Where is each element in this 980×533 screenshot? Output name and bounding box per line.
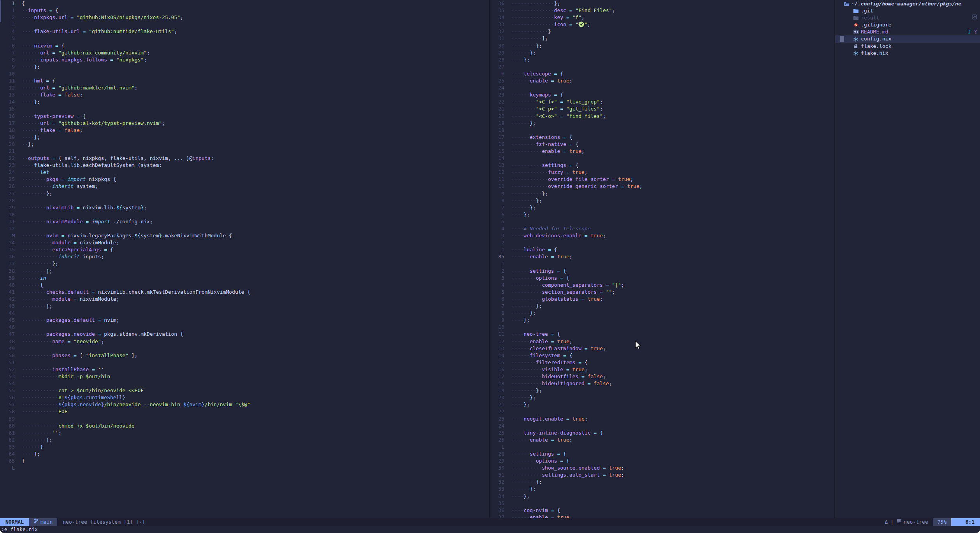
- tree-root[interactable]: ~/.config/home-manager/other/pkgs/ne: [835, 0, 980, 7]
- code-line[interactable]: 16········fzf-native = {: [490, 141, 834, 148]
- code-line[interactable]: 36············inherit inputs;: [0, 253, 489, 260]
- code-line[interactable]: 16··········visible = true;: [490, 366, 834, 373]
- code-line[interactable]: 13··········settings = {: [490, 162, 834, 169]
- code-line[interactable]: 30··········show_source.enabled = true;: [490, 465, 834, 472]
- code-line[interactable]: 28: [0, 197, 489, 204]
- code-line[interactable]: 21····};: [490, 401, 834, 408]
- code-line[interactable]: 14: [490, 155, 834, 162]
- code-line[interactable]: 6····nixvim = {: [0, 42, 489, 49]
- code-line[interactable]: 23······keymaps = {: [490, 91, 834, 98]
- code-line[interactable]: 23····neogit.enable = true;: [490, 416, 834, 423]
- code-line[interactable]: 65}: [0, 458, 489, 465]
- code-line[interactable]: 14····};: [0, 98, 489, 105]
- code-line[interactable]: 29········nixvimLib = nixvim.lib.${syste…: [0, 204, 489, 211]
- code-line[interactable]: 32········};: [490, 479, 834, 486]
- code-line[interactable]: 15··········enable = true;: [490, 148, 834, 155]
- code-line[interactable]: 55············cat > $out/bin/neovide <<E…: [0, 387, 489, 394]
- code-line[interactable]: 15: [0, 105, 489, 112]
- code-line[interactable]: 7······url = "github:nix-community/nixvi…: [0, 49, 489, 56]
- code-line[interactable]: 35··············desc = "Find Files";: [490, 7, 834, 14]
- code-line[interactable]: 2: [490, 239, 834, 246]
- code-line[interactable]: 17······url = "github:al-kot/typst-previ…: [0, 120, 489, 127]
- code-line[interactable]: 22········"<C-f>" = "live_grep";: [490, 98, 834, 105]
- code-line[interactable]: 37··········};: [0, 260, 489, 267]
- code-line[interactable]: 11····neo-tree = {: [490, 331, 834, 338]
- code-line[interactable]: 40······{: [0, 282, 489, 289]
- code-line[interactable]: 33··············icon = "";: [490, 21, 834, 28]
- tree-item[interactable]: flake.nix: [835, 50, 980, 57]
- code-line[interactable]: 36····coq-nvim = {: [490, 507, 834, 514]
- code-line[interactable]: 11············override_file_sorter = tru…: [490, 176, 834, 183]
- code-line[interactable]: L: [0, 465, 489, 472]
- code-line[interactable]: 16····typst-preview = {: [0, 113, 489, 120]
- code-line[interactable]: 12······url = "github:mawkler/hml.nvim";: [0, 84, 489, 91]
- code-line[interactable]: 32············}: [490, 28, 834, 35]
- code-line[interactable]: 47········packages.neovide = pkgs.stdenv…: [0, 331, 489, 338]
- code-line[interactable]: 21: [0, 148, 489, 155]
- code-line[interactable]: 23····flake-utils.lib.eachDefaultSystem …: [0, 162, 489, 169]
- code-line[interactable]: 10: [0, 70, 489, 77]
- code-line[interactable]: 24······let: [0, 169, 489, 176]
- code-line[interactable]: 39······in: [0, 275, 489, 282]
- code-line[interactable]: 54: [0, 380, 489, 387]
- code-line[interactable]: 10············override_generic_sorter = …: [490, 183, 834, 190]
- code-line[interactable]: 17··········hideDotfiles = false;: [490, 373, 834, 380]
- code-line[interactable]: 62········};: [0, 437, 489, 444]
- code-line[interactable]: 53············mkdir -p $out/bin: [0, 373, 489, 380]
- code-line[interactable]: 5··········section_separators = "";: [490, 289, 834, 296]
- code-line[interactable]: 25······enable = true;: [490, 77, 834, 84]
- code-line[interactable]: 3········options = {: [490, 275, 834, 282]
- code-line[interactable]: 2····nixpkgs.url = "github:NixOS/nixpkgs…: [0, 14, 489, 21]
- code-line[interactable]: L: [490, 444, 834, 451]
- code-line[interactable]: 32: [0, 225, 489, 232]
- code-line[interactable]: 9····};: [490, 317, 834, 324]
- code-line[interactable]: 45········packages.default = nvim;: [0, 317, 489, 324]
- code-line[interactable]: 13······closeIfLastWindow = true;: [490, 345, 834, 352]
- code-line[interactable]: 35: [490, 500, 834, 507]
- code-line[interactable]: 30········};: [490, 42, 834, 49]
- code-line[interactable]: 25····tiny-inline-diagnostic = {: [490, 430, 834, 437]
- tree-item[interactable]: result: [835, 14, 980, 21]
- code-line[interactable]: 44: [0, 310, 489, 317]
- code-line[interactable]: 57············${pkgs.neovide}/bin/neovid…: [0, 401, 489, 408]
- code-line[interactable]: 33······};: [490, 486, 834, 493]
- code-line[interactable]: 56············#!${pkgs.runtimeShell}: [0, 394, 489, 401]
- code-line[interactable]: 19······};: [490, 120, 834, 127]
- code-line[interactable]: 7······};: [490, 204, 834, 211]
- code-line[interactable]: 1{: [0, 0, 489, 7]
- code-line[interactable]: 22: [490, 408, 834, 415]
- code-line[interactable]: 24: [490, 84, 834, 91]
- code-line[interactable]: 46: [0, 324, 489, 331]
- code-line[interactable]: 61··········'';: [0, 430, 489, 437]
- code-line[interactable]: 37······enable = true;: [490, 514, 834, 518]
- code-line[interactable]: 9····};: [0, 63, 489, 70]
- git-branch-segment[interactable]: main: [29, 518, 57, 526]
- code-line[interactable]: 1····lualine = {: [490, 246, 834, 253]
- code-line[interactable]: 36··············};: [490, 0, 834, 7]
- code-line[interactable]: 35··········extraSpecialArgs = {: [0, 246, 489, 253]
- code-line[interactable]: 20··};: [0, 141, 489, 148]
- code-line[interactable]: 31········nixvimModule = import ./config…: [0, 218, 489, 225]
- code-line[interactable]: 12············fuzzy = true;: [490, 169, 834, 176]
- code-line[interactable]: 34····};: [490, 493, 834, 500]
- code-line[interactable]: H····telescope = {: [490, 70, 834, 77]
- code-line[interactable]: 19····};: [0, 134, 489, 141]
- code-line[interactable]: 29········options = {: [490, 458, 834, 465]
- code-line[interactable]: 60············chmod +x $out/bin/neovide: [0, 423, 489, 430]
- command-line[interactable]: :e flake.nix: [0, 526, 980, 533]
- code-line[interactable]: 27········};: [0, 190, 489, 197]
- code-line[interactable]: 34··············key = "f";: [490, 14, 834, 21]
- code-line[interactable]: 12······enable = true;: [490, 338, 834, 345]
- code-line[interactable]: 1: [490, 260, 834, 267]
- code-line[interactable]: 43········};: [0, 303, 489, 310]
- tree-item[interactable]: README.mdI?: [835, 28, 980, 35]
- code-line[interactable]: 2······settings = {: [490, 268, 834, 275]
- code-line[interactable]: 48··········name = "neovide";: [0, 338, 489, 345]
- code-line[interactable]: 27: [490, 63, 834, 70]
- code-line[interactable]: 8······inputs.nixpkgs.follows = "nixpkgs…: [0, 56, 489, 63]
- code-line[interactable]: 14······filesystem = {: [490, 352, 834, 359]
- code-line[interactable]: 15········filteredItems = {: [490, 359, 834, 366]
- right-editor-pane[interactable]: 36··············};35··············desc =…: [490, 0, 834, 518]
- code-line[interactable]: 18··········hideGitignored = false;: [490, 380, 834, 387]
- code-line[interactable]: 8······};: [490, 310, 834, 317]
